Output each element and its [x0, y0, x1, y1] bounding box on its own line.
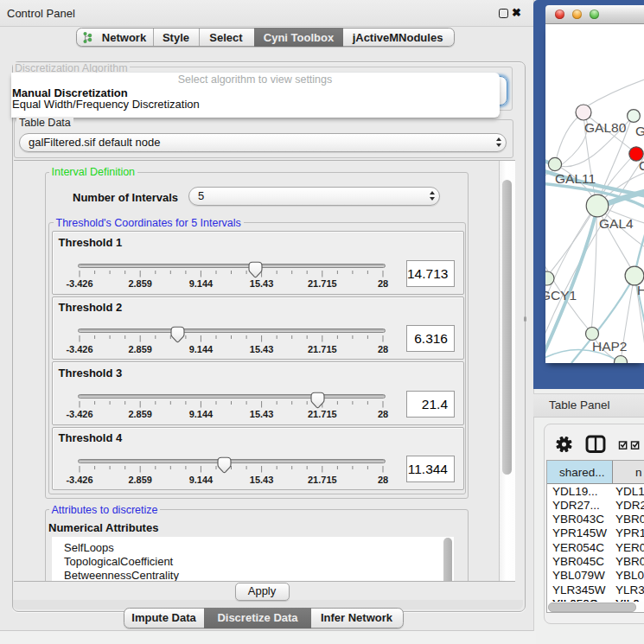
svg-text:GCY1: GCY1	[545, 288, 577, 303]
svg-text:HAP2: HAP2	[592, 339, 628, 354]
svg-text:GA: GA	[635, 124, 644, 138]
svg-text:H: H	[637, 283, 644, 297]
svg-text:GAL80: GAL80	[584, 120, 627, 135]
svg-text:GAL4: GAL4	[599, 216, 634, 231]
svg-text:GAL11: GAL11	[555, 171, 596, 186]
svg-text:C: C	[639, 158, 644, 173]
